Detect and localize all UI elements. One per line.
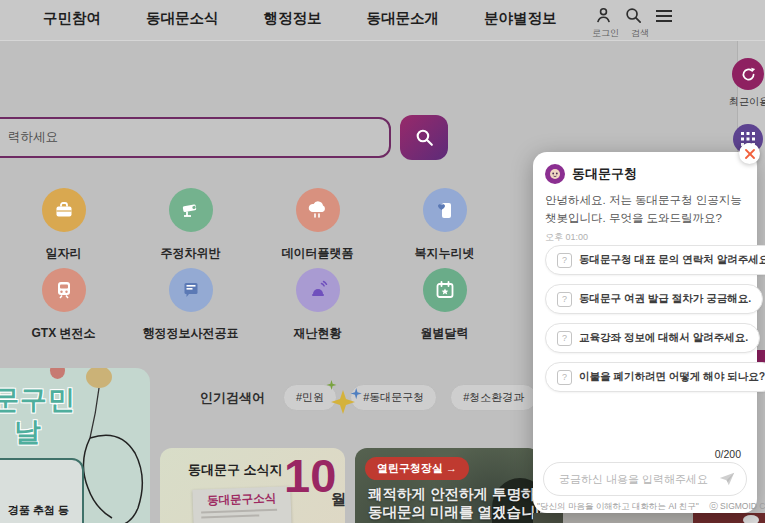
background-photo-sliver bbox=[533, 513, 563, 523]
quick-reply-bedding-disposal[interactable]: ? 이불을 폐기하려면 어떻게 해야 되나요? bbox=[545, 362, 765, 392]
hamburger-menu-icon[interactable] bbox=[653, 5, 674, 26]
top-navigation-bar: 구민참여 동대문소식 행정정보 동대문소개 분야별정보 로그인 검색 bbox=[0, 0, 765, 41]
question-icon: ? bbox=[557, 370, 572, 385]
background-banner-sliver bbox=[693, 513, 765, 523]
page-root: 구민참여 동대문소식 행정정보 동대문소개 분야별정보 로그인 검색 최근이용 bbox=[0, 0, 765, 523]
tag-dongdaemun-office[interactable]: #동대문구청 bbox=[350, 384, 437, 411]
nav-item-admin-info[interactable]: 행정정보 bbox=[264, 9, 322, 28]
quick-link-welfare-net[interactable]: 복지누리넷 bbox=[381, 188, 508, 262]
paper-plane-icon bbox=[718, 470, 736, 488]
siren-bell-icon bbox=[306, 278, 330, 302]
phone-heart-icon bbox=[434, 199, 456, 221]
search-icon bbox=[414, 127, 435, 148]
popular-search-title: 인기검색어 bbox=[200, 389, 265, 407]
search-placeholder-text: 력하세요 bbox=[8, 129, 58, 146]
search-submit-button[interactable] bbox=[400, 115, 448, 160]
quick-reply-contact[interactable]: ? 동대문구청 대표 문의 연락처 알려주세요. bbox=[545, 245, 765, 275]
newsletter-paper-thumb: 동대문구소식 bbox=[192, 486, 291, 523]
sparkle-stars-icon bbox=[326, 378, 362, 414]
question-icon: ? bbox=[557, 292, 572, 307]
quick-link-monthly-calendar[interactable]: 월별달력 bbox=[381, 268, 508, 342]
briefcase-icon bbox=[53, 199, 75, 221]
train-icon bbox=[53, 279, 75, 301]
calendar-icon bbox=[434, 279, 456, 301]
quick-reply-education[interactable]: ? 교육강좌 정보에 대해서 알려주세요. bbox=[545, 323, 760, 353]
login-person-icon[interactable] bbox=[593, 5, 614, 26]
chat-input-wrap bbox=[543, 462, 747, 496]
send-button[interactable] bbox=[714, 466, 740, 492]
chatbot-tagline: "당신의 마음을 이해하고 대화하는 AI 친구" bbox=[537, 501, 699, 511]
quick-link-parking-violation[interactable]: 주정차위반 bbox=[127, 188, 254, 262]
question-icon: ? bbox=[557, 331, 572, 346]
main-nav: 구민참여 동대문소식 행정정보 동대문소개 분야별정보 bbox=[43, 9, 557, 28]
event-title-line1: 문구민 bbox=[0, 382, 76, 418]
refresh-icon bbox=[740, 66, 757, 83]
background-sliver bbox=[563, 513, 693, 523]
citizens-day-event-card[interactable]: 문구민 날 경품 추첨 등 bbox=[0, 368, 150, 523]
mayor-slogan: 쾌적하게 안전하게 투명하게 동대문의 미래를 열겠습니다. bbox=[368, 485, 540, 521]
newsletter-month-suffix: 월 bbox=[331, 490, 345, 509]
chatbot-close-button[interactable] bbox=[739, 143, 760, 164]
chat-message-input[interactable] bbox=[557, 472, 714, 486]
main-search-input[interactable] bbox=[0, 117, 391, 158]
newsletter-month-number: 10 bbox=[284, 452, 336, 499]
cctv-icon bbox=[179, 198, 203, 222]
header-utility-icons bbox=[593, 5, 674, 26]
close-icon bbox=[745, 149, 755, 159]
event-note: 경품 추첨 등 bbox=[8, 503, 69, 518]
nav-item-by-field[interactable]: 분야별정보 bbox=[484, 9, 557, 28]
login-label: 로그인 bbox=[592, 27, 619, 40]
recent-menu-label: 최근이용 bbox=[729, 95, 765, 109]
chatbot-header: 동대문구청 bbox=[545, 164, 637, 184]
newsletter-paper-masthead: 동대문구소식 bbox=[192, 490, 290, 508]
cloud-icon bbox=[306, 198, 330, 222]
quick-link-data-platform[interactable]: 데이터플랫폼 bbox=[254, 188, 381, 262]
header-icon-labels: 로그인 검색 bbox=[592, 27, 649, 40]
chatbot-message-time: 오후 01:00 bbox=[545, 231, 588, 244]
char-counter: 0/200 bbox=[715, 448, 741, 460]
chatbot-greeting-message: 안녕하세요. 저는 동대문구청 인공지능 챗봇입니다. 무엇을 도와드릴까요? bbox=[545, 192, 743, 228]
chatbot-panel: 동대문구청 안녕하세요. 저는 동대문구청 인공지능 챗봇입니다. 무엇을 도와… bbox=[533, 152, 757, 513]
mayor-office-badge[interactable]: 열린구청장실 → bbox=[365, 457, 469, 480]
recent-menu-button[interactable] bbox=[732, 58, 764, 90]
document-icon bbox=[180, 279, 202, 301]
quick-reply-passport[interactable]: ? 동대문구 여권 발급 절차가 궁금해요. bbox=[545, 284, 763, 314]
nav-item-about[interactable]: 동대문소개 bbox=[367, 9, 440, 28]
question-icon: ? bbox=[557, 253, 572, 268]
chatbot-footer: "당신의 마음을 이해하고 대화하는 AI 친구" ⓒ SIGMOID Chat bbox=[533, 501, 757, 513]
mayor-office-banner[interactable]: 열린구청장실 → 쾌적하게 안전하게 투명하게 동대문의 미래를 열겠습니다. bbox=[355, 448, 540, 523]
newsletter-title: 동대문구 소식지 bbox=[188, 461, 283, 479]
chatbot-brand: ⓒ SIGMOID Chat bbox=[709, 501, 765, 511]
header-search-icon[interactable] bbox=[623, 5, 644, 26]
chatbot-avatar bbox=[545, 164, 565, 184]
chatbot-title: 동대문구청 bbox=[572, 165, 637, 183]
quick-link-pre-disclosure[interactable]: 행정정보사전공표 bbox=[127, 268, 254, 342]
nav-item-news[interactable]: 동대문소식 bbox=[146, 9, 219, 28]
chatbot-quick-replies: ? 동대문구청 대표 문의 연락처 알려주세요. ? 동대문구 여권 발급 절차… bbox=[545, 245, 765, 401]
quick-link-gtx-substation[interactable]: GTX 변전소 bbox=[0, 268, 127, 342]
tag-cleaning-env[interactable]: #청소환경과 bbox=[450, 384, 537, 411]
quick-link-disaster-status[interactable]: 재난현황 bbox=[254, 268, 381, 342]
event-title-line2: 날 bbox=[14, 414, 42, 450]
newsletter-card[interactable]: 동대문구 소식지 동대문구소식 10 월 bbox=[160, 448, 345, 523]
nav-item-citizen-participation[interactable]: 구민참여 bbox=[43, 9, 101, 28]
search-label: 검색 bbox=[631, 27, 649, 40]
quick-link-jobs[interactable]: 일자리 bbox=[0, 188, 127, 262]
